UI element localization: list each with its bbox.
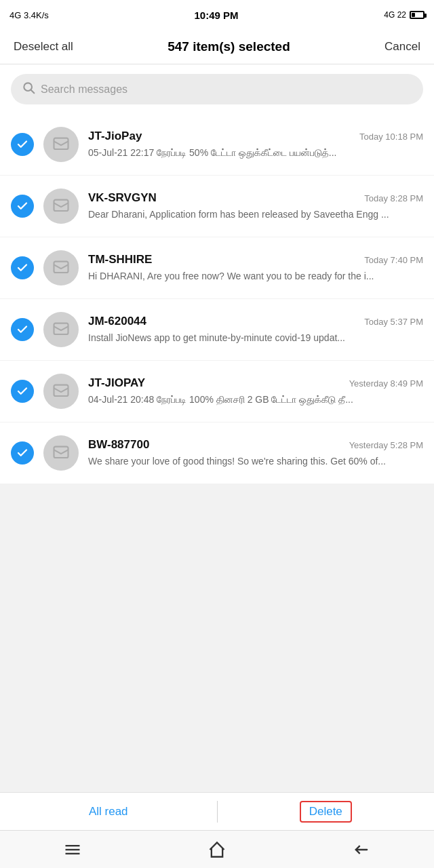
message-content-2: TM-SHHIRE Today 7:40 PM Hi DHARANI, Are … xyxy=(88,253,423,283)
svg-rect-7 xyxy=(54,447,68,458)
status-bar: 4G 3.4K/s 10:49 PM 4G 22 xyxy=(0,0,434,30)
avatar-1 xyxy=(43,189,79,224)
back-icon xyxy=(352,840,371,859)
search-placeholder: Search messages xyxy=(41,83,127,96)
all-read-button[interactable]: All read xyxy=(0,793,217,830)
battery-text: 4G 22 xyxy=(384,10,406,20)
avatar-4 xyxy=(43,374,79,409)
message-content-4: JT-JIOPAY Yesterday 8:49 PM 04-Jul-21 20… xyxy=(88,376,423,407)
menu-icon xyxy=(63,840,82,859)
avatar-0 xyxy=(43,127,79,162)
nav-bar xyxy=(0,830,434,868)
header: Deselect all 547 item(s) selected Cancel xyxy=(0,30,434,64)
checkbox-2[interactable] xyxy=(11,256,34,279)
message-preview-5: We share your love of good things! So we… xyxy=(88,455,423,469)
message-time-4: Yesterday 8:49 PM xyxy=(349,378,423,389)
message-content-5: BW-887700 Yesterday 5:28 PM We share you… xyxy=(88,438,423,469)
checkbox-1[interactable] xyxy=(11,195,34,218)
message-item[interactable]: TM-SHHIRE Today 7:40 PM Hi DHARANI, Are … xyxy=(0,237,434,298)
message-time-1: Today 8:28 PM xyxy=(364,193,423,203)
delete-label: Delete xyxy=(309,805,342,818)
status-left: 4G 3.4K/s xyxy=(9,10,49,20)
svg-rect-3 xyxy=(54,200,68,211)
svg-rect-4 xyxy=(54,262,68,273)
cancel-button[interactable]: Cancel xyxy=(384,40,420,54)
message-item[interactable]: BW-887700 Yesterday 5:28 PM We share you… xyxy=(0,422,434,484)
message-item[interactable]: JT-JioPay Today 10:18 PM 05-Jul-21 22:17… xyxy=(0,114,434,175)
message-preview-3: Install JioNews app to get minute-by-min… xyxy=(88,332,423,345)
avatar-5 xyxy=(43,435,79,471)
message-content-3: JM-620044 Today 5:37 PM Install JioNews … xyxy=(88,315,423,345)
battery-icon xyxy=(410,11,425,19)
message-preview-1: Dear Dharani, Application form has been … xyxy=(88,208,423,222)
checkbox-4[interactable] xyxy=(11,380,34,403)
message-top-1: VK-SRVGYN Today 8:28 PM xyxy=(88,191,423,205)
search-icon xyxy=(22,81,35,98)
search-bar[interactable]: Search messages xyxy=(11,74,423,104)
signal-text: 4G 3.4K/s xyxy=(9,10,49,20)
avatar-3 xyxy=(43,312,79,347)
home-icon xyxy=(208,840,226,859)
message-preview-4: 04-Jul-21 20:48 நேரப்படி 100% தினசரி 2 G… xyxy=(88,393,423,407)
message-sender-2: TM-SHHIRE xyxy=(88,253,152,267)
message-item[interactable]: JT-JIOPAY Yesterday 8:49 PM 04-Jul-21 20… xyxy=(0,361,434,422)
menu-button[interactable] xyxy=(45,831,100,868)
message-content-1: VK-SRVGYN Today 8:28 PM Dear Dharani, Ap… xyxy=(88,191,423,222)
svg-rect-6 xyxy=(54,385,68,396)
message-time-2: Today 7:40 PM xyxy=(364,255,423,265)
svg-line-1 xyxy=(31,90,35,94)
message-time-3: Today 5:37 PM xyxy=(364,317,423,327)
message-sender-0: JT-JioPay xyxy=(88,130,142,143)
svg-rect-2 xyxy=(54,138,68,149)
message-content-0: JT-JioPay Today 10:18 PM 05-Jul-21 22:17… xyxy=(88,130,423,160)
status-time: 10:49 PM xyxy=(195,9,239,21)
message-top-3: JM-620044 Today 5:37 PM xyxy=(88,315,423,328)
message-top-2: TM-SHHIRE Today 7:40 PM xyxy=(88,253,423,267)
status-right: 4G 22 xyxy=(384,10,425,20)
delete-outlined-box: Delete xyxy=(300,801,352,823)
message-item[interactable]: VK-SRVGYN Today 8:28 PM Dear Dharani, Ap… xyxy=(0,176,434,237)
checkbox-0[interactable] xyxy=(11,133,34,156)
message-top-5: BW-887700 Yesterday 5:28 PM xyxy=(88,438,423,452)
svg-rect-5 xyxy=(54,323,68,334)
message-item[interactable]: JM-620044 Today 5:37 PM Install JioNews … xyxy=(0,299,434,360)
message-preview-0: 05-Jul-21 22:17 நேரப்படி 50% டேட்டா ஒதுக… xyxy=(88,146,423,160)
delete-button[interactable]: Delete xyxy=(218,793,435,830)
bottom-action-bar: All read Delete xyxy=(0,792,434,830)
message-preview-2: Hi DHARANI, Are you free now? We want yo… xyxy=(88,270,423,283)
message-top-0: JT-JioPay Today 10:18 PM xyxy=(88,130,423,143)
message-sender-4: JT-JIOPAY xyxy=(88,376,145,390)
home-button[interactable] xyxy=(190,831,244,868)
checkbox-3[interactable] xyxy=(11,318,34,341)
message-sender-1: VK-SRVGYN xyxy=(88,191,157,205)
deselect-all-button[interactable]: Deselect all xyxy=(14,40,73,54)
message-sender-3: JM-620044 xyxy=(88,315,146,328)
all-read-label: All read xyxy=(89,805,128,818)
search-container: Search messages xyxy=(0,64,434,114)
message-time-0: Today 10:18 PM xyxy=(359,132,423,142)
message-top-4: JT-JIOPAY Yesterday 8:49 PM xyxy=(88,376,423,390)
message-time-5: Yesterday 5:28 PM xyxy=(349,440,423,450)
back-button[interactable] xyxy=(334,831,389,868)
avatar-2 xyxy=(43,250,79,285)
message-sender-5: BW-887700 xyxy=(88,438,149,452)
selected-count-label: 547 item(s) selected xyxy=(167,39,290,54)
checkbox-5[interactable] xyxy=(11,441,34,465)
message-list: JT-JioPay Today 10:18 PM 05-Jul-21 22:17… xyxy=(0,114,434,484)
